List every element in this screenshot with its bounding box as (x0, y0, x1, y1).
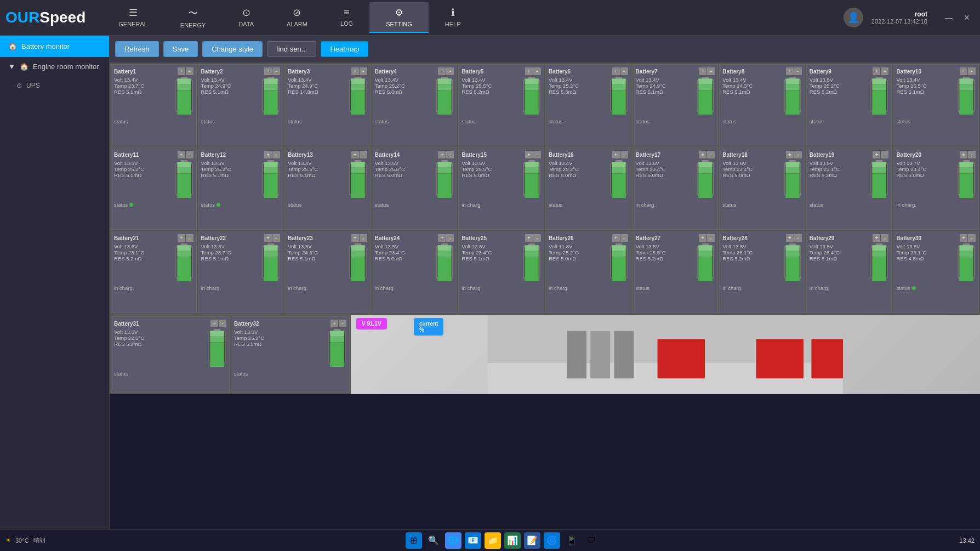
battery-card-19[interactable]: Battery19 + - Volt 13.5V Temp 23.1°C RES… (806, 147, 892, 230)
battery-card-29[interactable]: Battery29 + - Volt 13.5V Temp 26.4°C RES… (806, 231, 892, 313)
sidebar-ups[interactable]: ⊙ UPS (0, 76, 109, 95)
battery-minus-2[interactable]: - (272, 67, 280, 75)
battery-plus-8[interactable]: + (786, 67, 794, 75)
battery-minus-32[interactable]: - (339, 320, 346, 327)
battery-minus-23[interactable]: - (360, 234, 367, 242)
nav-energy[interactable]: 〜 ENERGY (164, 2, 222, 33)
battery-card-3[interactable]: Battery3 + - Volt 13.4V Temp 24.9°C RES … (284, 64, 371, 146)
battery-minus-6[interactable]: - (620, 67, 628, 75)
change-style-button[interactable]: Change style (202, 41, 263, 57)
battery-plus-17[interactable]: + (699, 151, 706, 158)
battery-plus-32[interactable]: + (331, 320, 338, 327)
battery-card-8[interactable]: Battery8 + - Volt 13.4V Temp 24.3°C RES … (719, 64, 805, 146)
battery-minus-22[interactable]: - (272, 234, 280, 242)
battery-minus-27[interactable]: - (707, 234, 715, 242)
nav-data[interactable]: ⊙ DATA (222, 2, 270, 33)
battery-minus-1[interactable]: - (186, 67, 193, 75)
find-sensor-button[interactable]: find sen... (267, 41, 316, 57)
battery-card-9[interactable]: Battery9 + - Volt 13.5V Temp 25.2°C RES … (806, 64, 892, 146)
nav-setting[interactable]: ⚙ SETTING (369, 2, 429, 33)
battery-card-4[interactable]: Battery4 + - Volt 13.4V Temp 25.2°C RES … (372, 64, 458, 146)
battery-card-14[interactable]: Battery14 + - Volt 13.5V Temp 25.8°C RES… (372, 147, 458, 230)
battery-plus-28[interactable]: + (786, 234, 794, 242)
battery-minus-5[interactable]: - (533, 67, 541, 75)
battery-minus-26[interactable]: - (620, 234, 628, 242)
battery-minus-20[interactable]: - (968, 151, 976, 158)
battery-plus-7[interactable]: + (699, 67, 706, 75)
battery-card-22[interactable]: Battery22 + - Volt 13.5V Temp 23.7°C RES… (198, 231, 284, 313)
battery-plus-12[interactable]: + (264, 151, 272, 158)
taskbar-word[interactable]: 📝 (524, 532, 540, 549)
battery-minus-25[interactable]: - (533, 234, 541, 242)
battery-minus-11[interactable]: - (186, 151, 193, 158)
battery-plus-16[interactable]: + (612, 151, 620, 158)
battery-card-25[interactable]: Battery25 + - Volt 13.6V Temp 23.4°C RES… (458, 231, 544, 313)
battery-minus-14[interactable]: - (446, 151, 454, 158)
battery-card-27[interactable]: Battery27 + - Volt 13.5V Temp 25.5°C RES… (633, 231, 719, 313)
battery-card-1[interactable]: Battery1 + - Volt 13.4V Temp 23.7°C RES … (111, 64, 197, 146)
battery-plus-15[interactable]: + (525, 151, 533, 158)
nav-general[interactable]: ☰ GENERAL (102, 2, 164, 33)
battery-plus-31[interactable]: + (210, 320, 218, 327)
battery-minus-4[interactable]: - (446, 67, 454, 75)
battery-plus-2[interactable]: + (264, 67, 272, 75)
battery-card-10[interactable]: Battery10 + - Volt 13.4V Temp 25.5°C RES… (893, 64, 979, 146)
battery-minus-12[interactable]: - (272, 151, 280, 158)
nav-alarm[interactable]: ⊘ ALARM (270, 2, 324, 33)
heatmap-button[interactable]: Heatmap (321, 41, 368, 57)
battery-plus-10[interactable]: + (960, 67, 967, 75)
battery-minus-3[interactable]: - (360, 67, 367, 75)
battery-card-2[interactable]: Battery2 + - Volt 13.4V Temp 24.9°C RES … (198, 64, 284, 146)
battery-plus-14[interactable]: + (438, 151, 446, 158)
save-button[interactable]: Save (163, 41, 198, 57)
battery-card-15[interactable]: Battery15 + - Volt 13.5V Temp 25.5°C RES… (458, 147, 544, 230)
battery-minus-28[interactable]: - (794, 234, 802, 242)
battery-plus-25[interactable]: + (525, 234, 533, 242)
nav-log[interactable]: ≡ LOG (324, 2, 369, 33)
battery-card-32[interactable]: Battery32 + - Volt 13.5V Temp 25.2°C RES… (231, 316, 350, 393)
battery-minus-17[interactable]: - (707, 151, 715, 158)
battery-plus-13[interactable]: + (351, 151, 359, 158)
battery-plus-6[interactable]: + (612, 67, 620, 75)
battery-plus-18[interactable]: + (786, 151, 794, 158)
taskbar-search[interactable]: 🔍 (425, 532, 442, 549)
refresh-button[interactable]: Refresh (115, 41, 159, 57)
battery-plus-19[interactable]: + (873, 151, 880, 158)
taskbar-explorer[interactable]: 📁 (485, 532, 501, 549)
battery-minus-18[interactable]: - (794, 151, 802, 158)
battery-minus-7[interactable]: - (707, 67, 715, 75)
battery-plus-11[interactable]: + (178, 151, 185, 158)
battery-minus-16[interactable]: - (620, 151, 628, 158)
battery-card-5[interactable]: Battery5 + - Volt 13.4V Temp 25.5°C RES … (458, 64, 544, 146)
battery-plus-9[interactable]: + (873, 67, 880, 75)
battery-plus-3[interactable]: + (351, 67, 359, 75)
battery-plus-1[interactable]: + (178, 67, 185, 75)
battery-plus-23[interactable]: + (351, 234, 359, 242)
battery-card-31[interactable]: Battery31 + - Volt 13.5V Temp 22.5°C RES… (111, 316, 230, 393)
battery-card-12[interactable]: Battery12 + - Volt 13.5V Temp 25.2°C RES… (198, 147, 284, 230)
battery-minus-15[interactable]: - (533, 151, 541, 158)
battery-minus-8[interactable]: - (794, 67, 802, 75)
battery-plus-24[interactable]: + (438, 234, 446, 242)
taskbar-edge[interactable]: 🌀 (544, 532, 560, 549)
close-button[interactable]: ✕ (959, 10, 975, 25)
battery-card-30[interactable]: Battery30 + - Volt 13.5V Temp 26.1°C RES… (893, 231, 979, 313)
battery-minus-9[interactable]: - (881, 67, 888, 75)
battery-plus-4[interactable]: + (438, 67, 446, 75)
battery-minus-21[interactable]: - (186, 234, 193, 242)
battery-card-21[interactable]: Battery21 + - Volt 13.6V Temp 23.1°C RES… (111, 231, 197, 313)
battery-plus-21[interactable]: + (178, 234, 185, 242)
sidebar-battery-monitor[interactable]: 🏠 Battery monitor (0, 36, 109, 57)
taskbar-start[interactable]: ⊞ (406, 532, 422, 549)
battery-card-26[interactable]: Battery26 + - Volt 11.8V Temp 25.2°C RES… (545, 231, 631, 313)
battery-card-6[interactable]: Battery6 + - Volt 13.4V Temp 25.2°C RES … (545, 64, 631, 146)
battery-card-18[interactable]: Battery18 + - Volt 13.6V Temp 23.4°C RES… (719, 147, 805, 230)
taskbar-app1[interactable]: 📱 (563, 532, 580, 549)
battery-plus-20[interactable]: + (960, 151, 967, 158)
battery-card-17[interactable]: Battery17 + - Volt 13.6V Temp 23.4°C RES… (633, 147, 719, 230)
minimize-button[interactable]: — (941, 10, 956, 25)
taskbar-chrome[interactable]: 🌐 (445, 532, 461, 549)
battery-plus-30[interactable]: + (960, 234, 967, 242)
sidebar-engine-room-group[interactable]: ▼ 🏠 Engine room monitor (0, 57, 109, 76)
battery-minus-10[interactable]: - (968, 67, 976, 75)
